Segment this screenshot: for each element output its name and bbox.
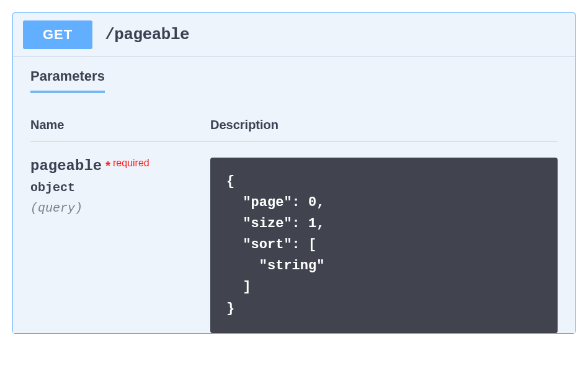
- parameters-table: Name Description pageable*required objec…: [13, 93, 575, 333]
- parameter-type: object: [30, 181, 210, 195]
- tabs-row: Parameters: [13, 57, 575, 93]
- parameter-description-cell: { "page": 0, "size": 1, "sort": [ "strin…: [210, 158, 558, 333]
- tab-parameters[interactable]: Parameters: [30, 68, 105, 93]
- parameter-row: pageable*required object (query) { "page…: [30, 141, 558, 333]
- operation-block: GET /pageable Parameters Name Descriptio…: [12, 12, 576, 334]
- parameter-name: pageable: [30, 158, 102, 174]
- parameter-in: (query): [30, 201, 210, 215]
- operation-path: /pageable: [105, 25, 189, 44]
- http-method-badge: GET: [23, 20, 92, 49]
- parameter-name-cell: pageable*required object (query): [30, 158, 210, 333]
- operation-header[interactable]: GET /pageable: [13, 13, 575, 56]
- required-label: required: [113, 158, 149, 168]
- example-value-box[interactable]: { "page": 0, "size": 1, "sort": [ "strin…: [210, 158, 558, 333]
- column-header-name: Name: [30, 118, 210, 132]
- parameters-header-row: Name Description: [30, 118, 558, 141]
- required-star-icon: *: [105, 159, 110, 172]
- operation-body: Parameters Name Description pageable*req…: [13, 56, 575, 333]
- column-header-description: Description: [210, 118, 558, 132]
